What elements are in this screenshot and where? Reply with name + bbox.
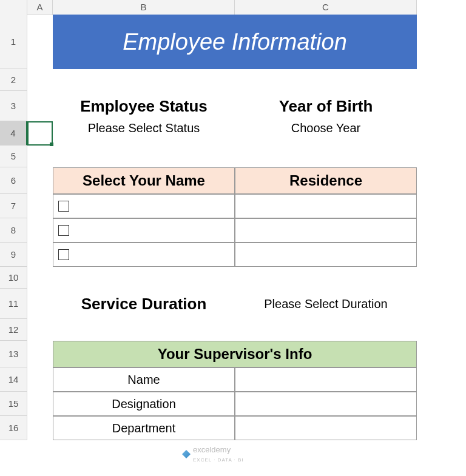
col-header-c[interactable]: C bbox=[235, 0, 417, 15]
cell-a3[interactable] bbox=[27, 91, 53, 121]
column-headers: A B C bbox=[0, 0, 466, 15]
cell-a12[interactable] bbox=[27, 319, 53, 341]
watermark-brand: exceldemy bbox=[193, 445, 231, 454]
supervisor-department-value[interactable] bbox=[235, 416, 417, 440]
row-header-4[interactable]: 4 bbox=[0, 121, 27, 146]
cell-a15[interactable] bbox=[27, 392, 53, 416]
cell-c5[interactable] bbox=[235, 146, 417, 167]
col-header-b[interactable]: B bbox=[53, 0, 235, 15]
watermark: exceldemy EXCEL · DATA · BI bbox=[182, 445, 244, 463]
row-header-7[interactable]: 7 bbox=[0, 194, 27, 218]
row-header-2[interactable]: 2 bbox=[0, 69, 27, 91]
residence-cell-1[interactable] bbox=[235, 194, 417, 218]
cell-b5[interactable] bbox=[53, 146, 235, 167]
supervisor-name-value[interactable] bbox=[235, 367, 417, 392]
row-header-8[interactable]: 8 bbox=[0, 218, 27, 243]
row-headers: 1 2 3 4 5 6 7 8 9 10 11 12 13 14 15 16 bbox=[0, 15, 27, 440]
row-header-1[interactable]: 1 bbox=[0, 15, 27, 69]
row-header-3[interactable]: 3 bbox=[0, 91, 27, 121]
name-cell-3[interactable] bbox=[53, 243, 235, 267]
name-cell-1[interactable] bbox=[53, 194, 235, 218]
year-dropdown-placeholder[interactable]: Choose Year bbox=[235, 121, 417, 146]
row-header-15[interactable]: 15 bbox=[0, 392, 27, 416]
watermark-logo-icon bbox=[182, 450, 191, 458]
service-duration-heading[interactable]: Service Duration bbox=[53, 289, 235, 319]
row-header-14[interactable]: 14 bbox=[0, 367, 27, 392]
cell-a14[interactable] bbox=[27, 367, 53, 392]
select-name-header[interactable]: Select Your Name bbox=[53, 167, 235, 194]
col-header-a[interactable]: A bbox=[27, 0, 53, 15]
duration-dropdown-placeholder[interactable]: Please Select Duration bbox=[235, 289, 417, 319]
cell-a6[interactable] bbox=[27, 167, 53, 194]
row-header-16[interactable]: 16 bbox=[0, 416, 27, 440]
cell-a8[interactable] bbox=[27, 218, 53, 243]
row-header-5[interactable]: 5 bbox=[0, 146, 27, 167]
cell-a10[interactable] bbox=[27, 267, 53, 289]
employee-status-heading[interactable]: Employee Status bbox=[53, 91, 235, 121]
checkbox-icon[interactable] bbox=[58, 249, 69, 260]
cell-a5[interactable] bbox=[27, 146, 53, 167]
title-banner[interactable]: Employee Information bbox=[53, 15, 417, 69]
cell-c2[interactable] bbox=[235, 69, 417, 91]
row-header-9[interactable]: 9 bbox=[0, 243, 27, 267]
watermark-tagline: EXCEL · DATA · BI bbox=[193, 457, 244, 463]
name-cell-2[interactable] bbox=[53, 218, 235, 243]
cell-b10[interactable] bbox=[53, 267, 235, 289]
supervisor-designation-value[interactable] bbox=[235, 392, 417, 416]
supervisor-department-label[interactable]: Department bbox=[53, 416, 235, 440]
supervisor-name-label[interactable]: Name bbox=[53, 367, 235, 392]
row-header-11[interactable]: 11 bbox=[0, 289, 27, 319]
residence-header[interactable]: Residence bbox=[235, 167, 417, 194]
row-header-6[interactable]: 6 bbox=[0, 167, 27, 194]
cell-a4[interactable] bbox=[27, 121, 53, 146]
row-header-13[interactable]: 13 bbox=[0, 341, 27, 367]
cell-a2[interactable] bbox=[27, 69, 53, 91]
status-dropdown-placeholder[interactable]: Please Select Status bbox=[53, 121, 235, 146]
cell-a16[interactable] bbox=[27, 416, 53, 440]
residence-cell-3[interactable] bbox=[235, 243, 417, 267]
row-header-10[interactable]: 10 bbox=[0, 267, 27, 289]
supervisor-info-header[interactable]: Your Supervisor's Info bbox=[53, 341, 417, 367]
cell-b2[interactable] bbox=[53, 69, 235, 91]
checkbox-icon[interactable] bbox=[58, 201, 69, 212]
cell-c10[interactable] bbox=[235, 267, 417, 289]
cell-a7[interactable] bbox=[27, 194, 53, 218]
year-of-birth-heading[interactable]: Year of Birth bbox=[235, 91, 417, 121]
cell-a1[interactable] bbox=[27, 15, 53, 69]
supervisor-designation-label[interactable]: Designation bbox=[53, 392, 235, 416]
cell-c12[interactable] bbox=[235, 319, 417, 341]
cell-a11[interactable] bbox=[27, 289, 53, 319]
cell-a13[interactable] bbox=[27, 341, 53, 367]
checkbox-icon[interactable] bbox=[58, 225, 69, 236]
cell-a9[interactable] bbox=[27, 243, 53, 267]
residence-cell-2[interactable] bbox=[235, 218, 417, 243]
select-all-corner[interactable] bbox=[0, 0, 27, 15]
worksheet-content: Employee Information Employee Status Yea… bbox=[27, 15, 452, 440]
row-header-12[interactable]: 12 bbox=[0, 319, 27, 341]
cell-b12[interactable] bbox=[53, 319, 235, 341]
